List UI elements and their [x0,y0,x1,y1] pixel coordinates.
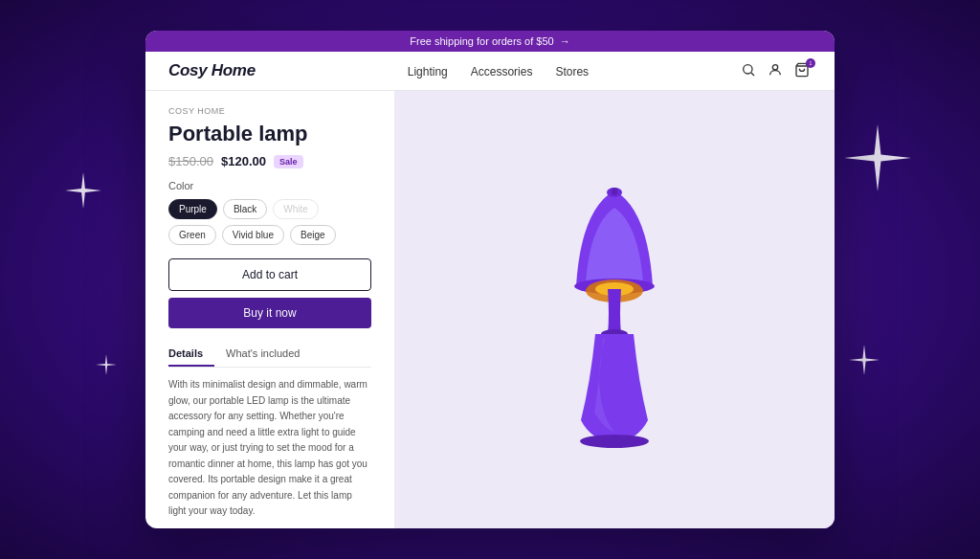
tab-whats-included[interactable]: What's included [226,342,311,367]
product-image-panel [394,91,835,528]
nav-links: Lighting Accessories Stores [408,62,589,79]
color-beige[interactable]: Beige [290,225,336,245]
cart-badge: 1 [806,58,815,68]
color-green[interactable]: Green [168,225,216,245]
add-to-cart-button[interactable]: Add to cart [168,258,371,291]
announcement-arrow: → [560,35,570,47]
product-description: With its minimalist design and dimmable,… [168,377,371,520]
nav-item-lighting[interactable]: Lighting [408,62,448,79]
lamp-image [523,133,705,487]
product-info-panel: COSY HOME Portable lamp $150.00 $120.00 … [145,91,394,528]
color-black[interactable]: Black [223,199,267,219]
svg-rect-10 [612,188,617,195]
brand-logo[interactable]: Cosy Home [168,61,256,80]
color-purple[interactable]: Purple [168,199,217,219]
color-vivid-blue[interactable]: Vivid blue [222,225,284,245]
tab-details[interactable]: Details [168,342,214,367]
sparkle-right-large [844,124,911,191]
color-white[interactable]: White [273,199,319,219]
search-icon[interactable] [741,62,758,79]
breadcrumb: COSY HOME [168,106,371,116]
product-title: Portable lamp [168,122,371,146]
header: Cosy Home Lighting Accessories Stores [145,52,835,91]
svg-line-1 [751,73,754,76]
nav-icons: 1 [741,62,812,79]
announcement-bar: Free shipping for orders of $50 → [145,31,835,52]
nav-item-stores[interactable]: Stores [555,62,589,79]
sparkle-bottom-left [96,354,117,375]
color-options: Purple Black White Green Vivid blue Beig… [168,199,371,245]
original-price: $150.00 [168,154,213,168]
pricing: $150.00 $120.00 Sale [168,154,371,168]
sale-price: $120.00 [221,154,266,168]
sale-badge: Sale [274,155,303,168]
sparkle-top-left [65,172,101,209]
main-content: COSY HOME Portable lamp $150.00 $120.00 … [145,91,835,528]
buy-now-button[interactable]: Buy it now [168,298,371,328]
account-icon[interactable] [768,62,785,79]
product-tabs: Details What's included [168,342,371,368]
sparkle-right-bottom [849,345,880,375]
browser-card: Free shipping for orders of $50 → Cosy H… [145,31,835,528]
svg-point-8 [580,435,649,448]
color-label: Color [168,180,371,191]
cart-icon[interactable]: 1 [794,62,812,79]
svg-point-2 [772,65,777,70]
announcement-text: Free shipping for orders of $50 [410,35,553,47]
svg-point-0 [744,65,752,74]
nav-item-accessories[interactable]: Accessories [471,62,533,79]
